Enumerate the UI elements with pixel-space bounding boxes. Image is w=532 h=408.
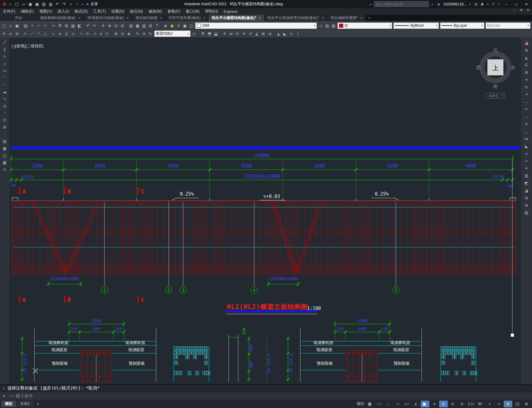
offset-icon[interactable]: ∈	[523, 62, 530, 68]
dim-text-edit-icon[interactable]: A	[141, 31, 147, 37]
publish-icon[interactable]: ▪	[35, 22, 42, 29]
rotate-icon[interactable]: ↻	[523, 84, 530, 90]
dim-ordinate-icon[interactable]: ⊥	[42, 31, 48, 37]
subtract-icon[interactable]: ∖	[294, 31, 301, 37]
move-icon[interactable]: ✛	[523, 77, 530, 83]
menu-item[interactable]: 插入(I)	[55, 8, 72, 15]
dimstyle-combo[interactable]: 横梁结构2 ▾	[154, 30, 191, 37]
layer-combo[interactable]: DIM ▾	[195, 22, 317, 29]
plot-icon[interactable]: ▤	[22, 22, 29, 29]
ortho-mode-icon[interactable]: ∟	[384, 401, 392, 407]
dim-radius-icon[interactable]: ◐	[50, 31, 57, 37]
edit-annotation-icon[interactable]: ✎	[1, 31, 7, 37]
menu-item[interactable]: 参数(P)	[165, 8, 183, 15]
isolate-objects-icon[interactable]: ▱	[495, 401, 503, 407]
dim-linear-icon[interactable]: ⊢	[22, 31, 29, 37]
trim-icon[interactable]: ✂	[523, 106, 530, 112]
file-tab[interactable]: 灌注桩结构图✕	[132, 15, 165, 21]
help-dropdown-icon[interactable]: ▾	[497, 3, 500, 6]
tab-close-icon[interactable]: ✕	[126, 16, 129, 20]
object-snap-icon[interactable]: ▣▾	[421, 401, 429, 407]
menu-item[interactable]: 工具(T)	[90, 8, 108, 15]
insert-block-icon[interactable]: ⊡	[1, 117, 8, 123]
new-layout-button[interactable]: +	[34, 401, 42, 407]
ellipse-icon[interactable]: ◎	[1, 103, 8, 109]
app-store-cart-icon[interactable]: ⊟	[474, 2, 479, 6]
dim-arc-length-icon[interactable]: ◠	[35, 31, 42, 37]
close-button[interactable]: ✕	[522, 2, 531, 6]
tab-close-icon[interactable]: ✕	[160, 16, 162, 20]
maximize-button[interactable]: □	[512, 2, 521, 6]
command-options-icon[interactable]: »▾	[7, 394, 15, 398]
user-avatar-icon[interactable]: ☻	[436, 2, 442, 6]
lineweight-combo[interactable]: ByLayer ▾	[440, 22, 484, 29]
dim-jogged-icon[interactable]: ∿	[70, 31, 76, 37]
layer-states-icon[interactable]: ▤	[324, 22, 330, 29]
isometric-drafting-icon[interactable]: ◇▾	[402, 401, 411, 407]
dim-continue-icon[interactable]: ⊣	[91, 31, 98, 37]
3d-rotate-icon[interactable]: ↻	[234, 31, 241, 37]
menu-item[interactable]: 帮助(H)	[202, 8, 221, 15]
search-input[interactable]	[374, 1, 429, 7]
table-icon[interactable]: ▦	[1, 160, 8, 165]
paste-icon[interactable]: ⊞	[63, 22, 70, 29]
update-annotation-icon[interactable]: ✔	[7, 31, 14, 37]
dim-diameter-icon[interactable]: ⌀	[57, 31, 63, 37]
zoom-window-icon[interactable]: ⊡	[113, 22, 119, 29]
polygon-icon[interactable]: ◇	[1, 61, 8, 66]
3d-mirror-icon[interactable]: ◭	[254, 31, 260, 37]
autodesk-dropdown-icon[interactable]: ▾	[486, 3, 490, 6]
array-icon[interactable]: ⊞	[523, 69, 530, 75]
menu-item[interactable]: 绘图(D)	[108, 8, 127, 15]
edit-group-icon[interactable]: ▨	[523, 210, 530, 216]
redo-icon[interactable]: ↷	[91, 22, 98, 29]
quick-dimension-icon[interactable]: ⊦	[78, 31, 85, 37]
dim-spacing-icon[interactable]: ≡	[98, 31, 104, 37]
tray-plus-icon[interactable]: +	[485, 401, 494, 407]
undo-dropdown-icon[interactable]: ▾	[76, 3, 79, 6]
3d-move-icon[interactable]: ⇄	[228, 31, 234, 37]
undo-icon[interactable]: ↶	[85, 22, 91, 29]
3d-copy-icon[interactable]: ⧉	[200, 31, 206, 37]
tab-close-icon[interactable]: ✕	[78, 16, 81, 20]
create-block-icon[interactable]: ⊞	[1, 124, 8, 130]
match-properties-icon[interactable]: ▨	[70, 22, 76, 29]
menu-item[interactable]: 窗口(W)	[183, 8, 202, 15]
properties-palette-icon[interactable]: ▤	[128, 22, 134, 29]
tool-palettes-icon[interactable]: ▥	[141, 22, 147, 29]
model-space-toggle[interactable]: 模型	[356, 401, 365, 407]
3d-align-icon[interactable]: ⇉	[266, 31, 273, 37]
layout-tab-model[interactable]: 模型	[1, 401, 16, 407]
polar-tracking-icon[interactable]: ◔▾	[393, 401, 402, 407]
zoom-previous-icon[interactable]: ⊟	[119, 22, 126, 29]
tab-close-icon[interactable]: ✕	[321, 16, 324, 20]
design-center-icon[interactable]: ▦	[134, 22, 141, 29]
plot-preview-icon[interactable]: ▪	[29, 22, 35, 29]
redo-icon[interactable]: ↷	[61, 2, 68, 6]
send-to-back-icon[interactable]: ◪	[523, 188, 530, 193]
center-mark-icon[interactable]: ⊙	[119, 31, 126, 37]
file-tab[interactable]: 码头平台横梁结构图(修改)*✕	[209, 15, 264, 21]
line-icon[interactable]: ╱	[1, 39, 8, 45]
mirror-icon[interactable]: ◭	[523, 55, 530, 61]
workspace-switching-icon[interactable]: ⚙▾	[476, 401, 485, 407]
command-close-icon[interactable]: ✕	[0, 386, 7, 390]
annotation-monitor-icon[interactable]: A	[458, 401, 466, 407]
layer-translate-icon[interactable]: ▨	[330, 22, 337, 29]
object-snap-tracking-icon[interactable]: ∠	[412, 401, 420, 407]
make-object-layer-current-icon[interactable]: ◈	[162, 22, 169, 29]
annotation-visibility-icon[interactable]: A	[439, 401, 448, 407]
search-icon[interactable]: ⌕	[430, 2, 434, 6]
break-icon[interactable]: ◡	[523, 129, 530, 134]
app-menu-dropdown-icon[interactable]: ▾	[9, 3, 12, 6]
3d-array-icon[interactable]: ⊞	[260, 31, 266, 37]
revision-cloud-icon[interactable]: ☁	[1, 89, 8, 95]
blend-curves-icon[interactable]: ∿	[523, 158, 530, 164]
dim-baseline-icon[interactable]: ⊨	[85, 31, 91, 37]
print-icon[interactable]: ▥	[47, 2, 54, 6]
move-gizmo-icon[interactable]: ✛	[221, 31, 228, 37]
copy-clip-icon[interactable]: ⧉	[57, 22, 63, 29]
stretch-icon[interactable]: ↔	[523, 99, 530, 105]
new-drawing-tab-button[interactable]: +	[366, 15, 372, 21]
file-tab[interactable]: 橡胶舷梯结构图(修改)✕	[37, 15, 84, 21]
